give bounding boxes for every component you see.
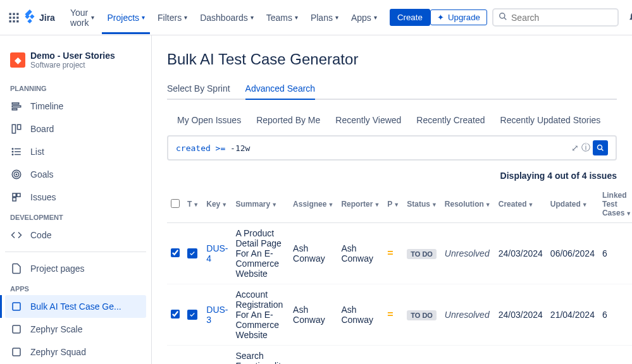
sidebar-goals[interactable]: Goals <box>5 163 146 186</box>
board-icon <box>10 123 23 135</box>
table-row: DUS-4 A Product Detail Page For An E-Com… <box>167 223 632 284</box>
svg-rect-8 <box>16 20 18 22</box>
chevron-down-icon: ▾ <box>295 14 298 21</box>
select-all-checkbox[interactable] <box>171 199 180 208</box>
table-row: DUS-2 Search Functionality In An E-Comme… <box>167 346 632 365</box>
filter-reported-by-me[interactable]: Reported By Me <box>256 115 320 125</box>
reporter-cell: Ash Conway <box>337 346 383 365</box>
svg-rect-29 <box>13 198 16 201</box>
svg-rect-28 <box>17 193 20 197</box>
nav-projects[interactable]: Projects▾ <box>102 1 150 34</box>
project-type: Software project <box>30 61 115 70</box>
linked-cell: 6 <box>598 284 632 346</box>
sidebar-project-pages[interactable]: Project pages <box>5 257 146 280</box>
issue-key-link[interactable]: DUS-3 <box>206 305 228 325</box>
jira-logo-icon <box>23 9 37 25</box>
nav-teams[interactable]: Teams▾ <box>261 10 303 25</box>
app-switcher-icon[interactable] <box>8 10 20 25</box>
issue-type-icon <box>187 310 197 320</box>
nav-apps[interactable]: Apps▾ <box>346 10 382 25</box>
chevron-down-icon: ▾ <box>335 14 338 21</box>
notifications-button[interactable]: 2 <box>624 8 632 28</box>
info-icon[interactable]: ⓘ <box>581 142 590 154</box>
nav-dashboards[interactable]: Dashboards▾ <box>195 10 259 25</box>
updated-cell: 06/06/2024 <box>547 223 598 284</box>
top-nav: Jira Your work▾ Projects▾ Filters▾ Dashb… <box>0 0 632 35</box>
sparkle-icon: ✦ <box>437 13 444 22</box>
sidebar-code[interactable]: Code <box>5 224 146 246</box>
table-header-row: T▼ Key▼ Summary▼ Assignee▼ Reporter▼ P▼ … <box>167 186 632 223</box>
svg-rect-1 <box>13 13 15 15</box>
table-row: DUS-3 Account Registration For An E-Comm… <box>167 284 632 346</box>
priority-icon: = <box>387 309 393 320</box>
app-icon <box>10 323 23 336</box>
upgrade-button[interactable]: ✦ Upgrade <box>430 9 487 25</box>
svg-point-23 <box>12 154 13 155</box>
main-content: Bulk AI Test Case Generator Select By Sp… <box>152 35 632 364</box>
svg-rect-32 <box>13 348 20 356</box>
nav-your-work[interactable]: Your work▾ <box>65 5 100 30</box>
logo-text: Jira <box>39 13 55 23</box>
row-checkbox[interactable] <box>171 248 180 257</box>
svg-rect-7 <box>13 20 15 22</box>
created-cell: 24/03/2024 <box>495 346 547 365</box>
resolution-cell: Unresolved <box>445 248 490 258</box>
reporter-cell: Ash Conway <box>337 284 383 346</box>
tab-advanced-search[interactable]: Advanced Search <box>245 78 316 100</box>
filter-recently-created[interactable]: Recently Created <box>416 115 485 125</box>
svg-rect-4 <box>13 16 15 18</box>
search-input[interactable] <box>511 13 612 23</box>
jql-search-button[interactable] <box>593 140 608 155</box>
summary-cell: Search Functionality In An E-Commerce We… <box>232 346 290 365</box>
linked-cell: 6 <box>598 223 632 284</box>
jira-logo[interactable]: Jira <box>23 9 55 25</box>
svg-point-22 <box>12 151 13 152</box>
sidebar-board[interactable]: Board <box>5 118 146 140</box>
issue-key-link[interactable]: DUS-4 <box>206 243 228 264</box>
summary-cell: A Product Detail Page For An E-Commerce … <box>232 223 290 284</box>
issue-count: Displaying 4 out of 4 issues <box>167 171 617 181</box>
sidebar-timeline[interactable]: Timeline <box>5 95 146 118</box>
apps-label: APPS <box>5 280 146 295</box>
svg-rect-30 <box>13 303 20 310</box>
nav-plans[interactable]: Plans▾ <box>306 10 344 25</box>
timeline-icon <box>10 100 23 112</box>
sidebar-bulk-ai[interactable]: Bulk AI Test Case Ge... <box>5 295 146 318</box>
filter-my-open[interactable]: My Open Issues <box>177 115 241 125</box>
updated-cell: 21/04/2024 <box>547 346 598 365</box>
nav-filters[interactable]: Filters▾ <box>152 10 192 25</box>
search-box[interactable] <box>492 8 619 27</box>
pages-icon <box>10 262 23 275</box>
sidebar-issues[interactable]: Issues <box>5 186 146 209</box>
filter-recently-viewed[interactable]: Recently Viewed <box>335 115 401 125</box>
tab-select-by-sprint[interactable]: Select By Sprint <box>167 78 230 99</box>
nav-right: ✦ Upgrade 2 ? <box>430 8 632 28</box>
tabs: Select By Sprint Advanced Search <box>167 78 617 100</box>
chevron-down-icon: ▾ <box>374 14 377 21</box>
svg-line-37 <box>602 149 604 151</box>
status-badge[interactable]: TO DO <box>407 310 437 320</box>
create-button[interactable]: Create <box>390 9 430 26</box>
summary-cell: Account Registration For An E-Commerce W… <box>232 284 290 346</box>
expand-icon[interactable]: ⤢ <box>571 143 579 153</box>
sidebar-list[interactable]: List <box>5 140 146 163</box>
assignee-cell: Ash Conway <box>289 284 337 346</box>
created-cell: 24/03/2024 <box>495 284 547 346</box>
row-checkbox[interactable] <box>171 310 180 318</box>
resolution-cell: Unresolved <box>445 310 490 320</box>
linked-cell: 6 <box>598 346 632 365</box>
filter-recently-updated[interactable]: Recently Updated Stories <box>500 115 601 125</box>
svg-point-36 <box>598 145 602 150</box>
svg-rect-15 <box>12 109 17 110</box>
project-header[interactable]: ◆ Demo - User Stories Software project <box>5 46 146 75</box>
created-cell: 24/03/2024 <box>495 223 547 284</box>
search-icon <box>499 12 507 23</box>
jql-input[interactable]: created >= -12w ⤢ ⓘ <box>167 135 617 161</box>
svg-rect-0 <box>9 13 11 15</box>
svg-point-26 <box>16 174 17 175</box>
sidebar-zephyr-scale[interactable]: Zephyr Scale <box>5 318 146 341</box>
sidebar-zephyr-squad[interactable]: Zephyr Squad <box>5 341 146 363</box>
status-badge[interactable]: TO DO <box>407 249 437 259</box>
project-name: Demo - User Stories <box>30 51 115 61</box>
sidebar: ◆ Demo - User Stories Software project P… <box>0 35 152 364</box>
